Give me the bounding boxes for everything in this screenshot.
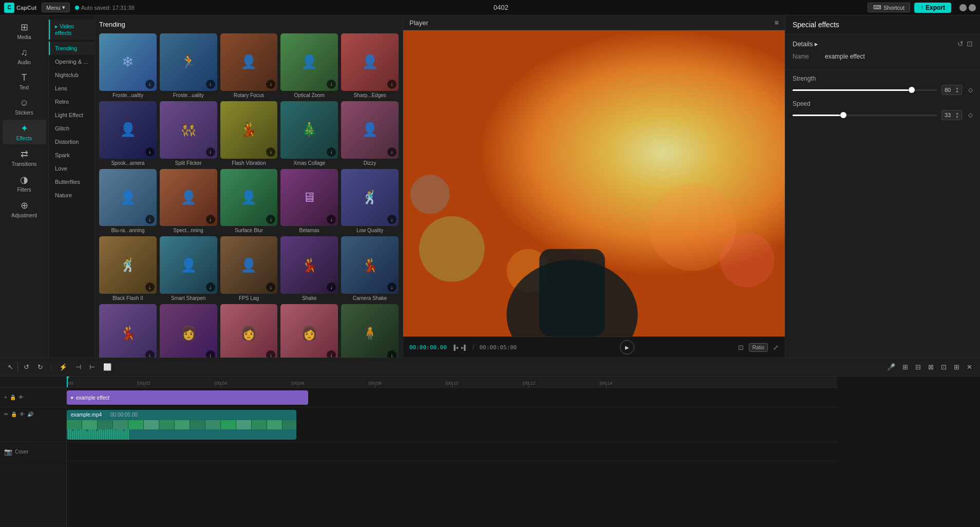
tool-text[interactable]: T Text xyxy=(3,69,46,93)
download-icon-18[interactable]: ↓ xyxy=(266,283,275,292)
strength-down[interactable]: ▼ xyxy=(955,90,959,93)
play-button[interactable]: ▶ xyxy=(620,340,634,354)
shortcut-button[interactable]: ⌨ Shortcut xyxy=(868,3,910,12)
audio-track-icon[interactable]: 🔊 xyxy=(27,411,33,417)
download-icon-20[interactable]: ↓ xyxy=(387,283,397,292)
effect-spook-camera[interactable]: 👤 ↓ Spook...amera xyxy=(99,101,157,166)
player-menu-icon[interactable]: ≡ xyxy=(775,18,779,27)
download-icon-10[interactable]: ↓ xyxy=(387,147,397,157)
trim-end-tool[interactable]: ⊢ xyxy=(87,362,98,372)
strength-track[interactable] xyxy=(793,89,937,91)
download-icon-11[interactable]: ↓ xyxy=(145,215,155,224)
tool-adjustment[interactable]: ⊕ Adjustment xyxy=(3,197,46,221)
effect-fps-lag[interactable]: 👤 ↓ FPS Lag xyxy=(220,236,278,301)
tool-transitions[interactable]: ⇄ Transitions xyxy=(3,145,46,170)
download-icon-15[interactable]: ↓ xyxy=(387,215,397,224)
link-tool-3[interactable]: ⊠ xyxy=(926,362,936,372)
effect-surface-blur[interactable]: 👤 ↓ Surface Blur xyxy=(220,169,278,234)
effect-flash-vibration[interactable]: 💃 ↓ Flash Vibration xyxy=(220,101,278,166)
tool-effects[interactable]: ✦ Effects xyxy=(3,120,46,144)
link-tool-4[interactable]: ⊡ xyxy=(938,362,949,372)
tool-audio[interactable]: ♫ Audio xyxy=(3,44,46,68)
download-icon-16[interactable]: ↓ xyxy=(145,283,155,292)
undo-detail-icon[interactable]: ↺ xyxy=(957,40,964,48)
ratio-button[interactable]: Ratio xyxy=(749,343,768,352)
effect-shake[interactable]: 💃 ↓ Shake xyxy=(280,236,338,301)
speed-thumb[interactable] xyxy=(840,112,846,118)
cat-nightclub[interactable]: Nightclub xyxy=(49,68,95,82)
download-icon-13[interactable]: ↓ xyxy=(266,215,275,224)
timeline-scroll-area[interactable]: |00:00 |00:02 |00:04 |00:06 |00:08 |00:1… xyxy=(67,377,980,527)
eye-video-icon[interactable]: 👁 xyxy=(20,411,25,417)
edit-icon[interactable]: ✏ xyxy=(4,411,8,417)
cat-butterflies[interactable]: Butterflies xyxy=(49,175,95,189)
strength-thumb[interactable] xyxy=(909,87,915,93)
download-icon-25[interactable]: ↓ xyxy=(387,350,397,357)
speed-track[interactable] xyxy=(793,115,937,116)
effect-diam-zoom[interactable]: 💃 ↓ Diam...Zoom xyxy=(99,304,157,357)
download-icon-23[interactable]: ↓ xyxy=(266,350,275,357)
effect-track-item[interactable]: ✦ example effect xyxy=(67,390,308,405)
expand-icon[interactable]: ⤢ xyxy=(773,344,779,351)
effect-play-pendulum[interactable]: 👩 ↓ Play Pendulum xyxy=(220,304,278,357)
redo-button[interactable]: ↻ xyxy=(35,362,46,372)
mic-icon[interactable]: 🎤 xyxy=(884,362,898,372)
undo-button[interactable]: ↺ xyxy=(21,362,32,372)
cat-spark[interactable]: Spark xyxy=(49,148,95,162)
history-icon[interactable]: ⊡ xyxy=(967,40,973,48)
step-back-icon[interactable]: ▐◂ xyxy=(452,345,458,350)
speed-up[interactable]: ▲ xyxy=(955,111,959,115)
cat-lens[interactable]: Lens xyxy=(49,82,95,95)
eye-track-icon[interactable]: 👁 xyxy=(18,394,24,400)
export-button[interactable]: ↑ Export xyxy=(914,3,951,13)
link-tool-5[interactable]: ⊞ xyxy=(951,362,962,372)
effect-froste2[interactable]: 🏃 ↓ Froste...uality xyxy=(160,33,217,98)
cat-light-effect[interactable]: Light Effect xyxy=(49,108,95,122)
link-tool-2[interactable]: ⊟ xyxy=(913,362,924,372)
strength-up[interactable]: ▲ xyxy=(955,86,959,90)
tool-media[interactable]: ⊞ Media xyxy=(3,18,46,43)
download-icon-14[interactable]: ↓ xyxy=(327,215,336,224)
download-icon-24[interactable]: ↓ xyxy=(327,350,336,357)
download-icon-7[interactable]: ↓ xyxy=(206,147,215,157)
download-icon-22[interactable]: ↓ xyxy=(206,350,215,357)
tool-filters[interactable]: ◑ Filters xyxy=(3,171,46,196)
speed-down[interactable]: ▼ xyxy=(955,115,959,119)
effect-spect-nning[interactable]: 👤 ↓ Spect...nning xyxy=(160,169,217,234)
cover-icon[interactable]: 📷 xyxy=(4,448,12,456)
effect-rebou-swing[interactable]: 👩 ↓ Rebou...Swing xyxy=(280,304,338,357)
download-icon-9[interactable]: ↓ xyxy=(327,147,336,157)
video-track-item[interactable]: example.mp4 00:00:05.00 xyxy=(67,410,296,440)
cat-love[interactable]: Love xyxy=(49,162,95,175)
effect-black-flash[interactable]: 🕺 ↓ Black Flash II xyxy=(99,236,157,301)
download-icon-4[interactable]: ↓ xyxy=(327,80,336,89)
effect-dizzy[interactable]: 👤 ↓ Dizzy xyxy=(341,101,399,166)
effect-low-quality[interactable]: 🕺 ↓ Low Quality xyxy=(341,169,399,234)
strength-keyframe[interactable]: ◇ xyxy=(968,86,973,93)
split-tool[interactable]: ⚡ xyxy=(56,362,70,372)
menu-button[interactable]: Menu ▾ xyxy=(42,3,70,12)
delete-tool[interactable]: ⬜ xyxy=(101,362,114,372)
download-icon-17[interactable]: ↓ xyxy=(206,283,215,292)
link-tool-1[interactable]: ⊞ xyxy=(900,362,911,372)
effect-split-flicker[interactable]: 👯 ↓ Split Flicker xyxy=(160,101,217,166)
effect-blu-ranning[interactable]: 👤 ↓ Blu-ra...anning xyxy=(99,169,157,234)
download-icon[interactable]: ↓ xyxy=(145,80,155,89)
effect-camera-shake[interactable]: 💃 ↓ Camera Shake xyxy=(341,236,399,301)
step-fwd-icon[interactable]: ▸▌ xyxy=(461,345,467,350)
effect-xmas-collage[interactable]: 🎄 ↓ Xmas Collage xyxy=(280,101,338,166)
lock-video-icon[interactable]: 🔒 xyxy=(11,411,17,417)
effect-froste1[interactable]: ❄ ↓ Froste...uality xyxy=(99,33,157,98)
minimize-button[interactable] xyxy=(959,4,967,11)
download-icon-21[interactable]: ↓ xyxy=(145,350,155,357)
download-icon-12[interactable]: ↓ xyxy=(206,215,215,224)
effect-smart-sharpen[interactable]: 👤 ↓ Smart Sharpen xyxy=(160,236,217,301)
cat-distortion[interactable]: Distortion xyxy=(49,135,95,148)
cat-opening[interactable]: Opening & ... xyxy=(49,55,95,68)
cat-nature[interactable]: Nature xyxy=(49,189,95,202)
remove-tool[interactable]: ✕ xyxy=(964,362,975,372)
download-icon-8[interactable]: ↓ xyxy=(266,147,275,157)
cat-glitch[interactable]: Glitch xyxy=(49,122,95,135)
effect-rainb-tning[interactable]: 👩 ↓ Rainb...tning xyxy=(160,304,217,357)
download-icon-19[interactable]: ↓ xyxy=(327,283,336,292)
